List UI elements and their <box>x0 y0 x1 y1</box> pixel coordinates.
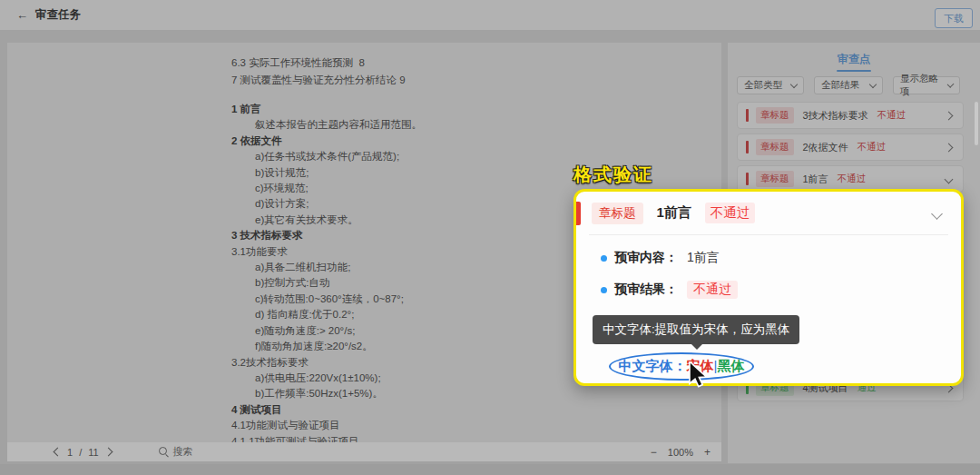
viewer-toolbar: 1 / 11 搜索 − 100% + <box>7 442 721 461</box>
page-title: 审查任务 <box>35 7 81 23</box>
tab-review-points[interactable]: 审查点 <box>728 52 980 67</box>
bullet-icon <box>601 287 607 293</box>
filter-result-dropdown[interactable]: 全部结果 <box>814 76 883 94</box>
next-page-icon[interactable] <box>103 448 113 457</box>
item-title: 3技术指标要求 <box>803 109 868 123</box>
search-icon <box>159 447 169 457</box>
document-page: 6.3 实际工作环境性能预测 87 测试覆盖性与验证充分性分析结论 9 1 前言… <box>231 54 612 442</box>
tooltip-arrow <box>691 343 703 350</box>
doc-line: 4 测试项目 <box>231 402 612 418</box>
current-page: 1 <box>67 447 73 458</box>
doc-line: 3 技术指标要求 <box>231 228 612 243</box>
item-title: 1前言 <box>803 173 828 186</box>
doc-line: b)工作频率:50Hzx(1+5%)。 <box>231 386 612 401</box>
review-result-field: 预审结果： 不通过 <box>601 281 961 299</box>
doc-line: 1 前言 <box>231 102 612 117</box>
doc-line: b)控制方式:自动 <box>231 275 612 291</box>
document-toc: 6.3 实际工作环境性能预测 87 测试覆盖性与验证充分性分析结论 9 <box>231 54 612 89</box>
search-label: 搜索 <box>173 445 193 459</box>
review-result-label: 预审结果： <box>614 282 678 298</box>
result-accent-bar <box>746 141 749 153</box>
annotation-label: 中文字体： <box>619 358 687 373</box>
filter-result-label: 全部结果 <box>821 79 859 92</box>
filter-ignored-dropdown[interactable]: 显示忽略项 <box>893 76 960 94</box>
annotation-expected-value: 黑体 <box>717 358 744 373</box>
previous-page-icon[interactable] <box>54 448 63 457</box>
app-header: ← 审查任务 下载 <box>0 0 980 30</box>
filter-bar: 全部类型 全部结果 显示忽略项 <box>737 76 960 94</box>
doc-line: 4.1功能测试与验证项目 <box>231 418 612 433</box>
format-validation-label: 格式验证 <box>573 163 653 187</box>
doc-toc-line: 7 测试覆盖性与验证充分性分析结论 9 <box>231 72 612 89</box>
filter-ignored-label: 显示忽略项 <box>900 73 943 98</box>
tooltip-text: 中文字体:提取值为宋体，应为黑体 <box>603 322 789 336</box>
font-issue-tooltip: 中文字体:提取值为宋体，应为黑体 <box>593 315 799 344</box>
item-result: 不通过 <box>877 109 906 122</box>
doc-line: a)供电电压:220Vx(1±10%); <box>231 371 612 386</box>
popup-header[interactable]: 章标题 1前言 不通过 <box>576 192 961 234</box>
review-item[interactable]: 章标题2依据文件不通过 <box>737 134 964 161</box>
back-arrow-icon: ← <box>16 8 28 22</box>
doc-line: d)设计方案; <box>231 196 612 212</box>
zoom-out-button[interactable]: − <box>651 447 657 458</box>
doc-line: c)环境规范; <box>231 181 612 196</box>
doc-line: 2 依据文件 <box>231 134 612 149</box>
zoom-in-button[interactable]: + <box>704 447 710 458</box>
doc-line: 3.1功能要求 <box>231 244 612 260</box>
review-content-field: 预审内容： 1前言 <box>601 250 961 266</box>
chevron-down-icon <box>790 81 798 88</box>
item-type-badge: 章标题 <box>756 139 794 155</box>
filter-type-label: 全部类型 <box>744 79 782 92</box>
review-content-label: 预审内容： <box>614 250 678 266</box>
item-title: 1前言 <box>657 204 691 222</box>
item-result: 不通过 <box>838 173 867 185</box>
filter-type-dropdown[interactable]: 全部类型 <box>737 76 804 94</box>
page-navigation: 1 / 11 <box>54 447 112 458</box>
page-separator: / <box>79 447 82 458</box>
divider <box>589 234 948 235</box>
item-title: 2依据文件 <box>803 141 848 154</box>
font-annotation-ellipse[interactable]: 中文字体：宋体|黑体 <box>609 352 754 381</box>
doc-line: 叙述本报告的主题内容和适用范围。 <box>231 117 612 133</box>
review-content-value: 1前言 <box>687 250 720 266</box>
back-button[interactable]: ← 审查任务 <box>16 7 81 23</box>
panel-scrollbar[interactable] <box>975 102 978 145</box>
item-type-badge: 章标题 <box>592 203 643 224</box>
chevron-right-icon <box>945 111 954 120</box>
item-result-badge: 不通过 <box>705 203 756 223</box>
tab-underline <box>837 70 871 72</box>
window-footer <box>0 464 980 475</box>
doc-line: f)随动角加速度:≥20°/s2。 <box>231 339 612 354</box>
doc-line: e)随动角速度:> 20°/s; <box>231 323 612 339</box>
review-result-value: 不通过 <box>687 281 738 299</box>
item-result: 不通过 <box>858 141 887 153</box>
zoom-level: 100% <box>668 447 693 458</box>
chevron-down-icon <box>869 81 877 88</box>
doc-line: a)具备二维机扫功能; <box>231 260 612 275</box>
doc-line: 3.2技术指标要求 <box>231 355 612 371</box>
result-accent-bar <box>746 109 749 122</box>
font-annotation-text: 中文字体：宋体|黑体 <box>619 358 745 375</box>
fail-accent-bar <box>576 202 581 225</box>
format-validation-card: 章标题 1前言 不通过 预审内容： 1前言 预审结果： 不通过 中文字体:提取值… <box>573 189 964 386</box>
item-type-badge: 章标题 <box>756 171 794 187</box>
chevron-down-icon <box>946 81 954 88</box>
document-body: 1 前言叙述本报告的主题内容和适用范围。2 依据文件a)任务书或技术条件(产品规… <box>231 102 612 442</box>
result-accent-bar <box>746 173 749 185</box>
doc-toc-line: 6.3 实际工作环境性能预测 8 <box>231 54 612 72</box>
download-button[interactable]: 下载 <box>935 8 973 28</box>
doc-line: a)任务书或技术条件(产品规范); <box>231 149 612 164</box>
mouse-cursor-icon <box>688 361 711 389</box>
search-button[interactable]: 搜索 <box>159 445 193 459</box>
doc-line: 4.1.1功能可测试与验证项目 <box>231 434 612 442</box>
doc-line: d) 指向精度:优于0.2°; <box>231 307 612 322</box>
chevron-down-icon <box>945 174 954 183</box>
zoom-controls: − 100% + <box>651 442 710 461</box>
bullet-icon <box>601 255 607 262</box>
doc-line: e)其它有关技术要求。 <box>231 213 612 228</box>
review-item[interactable]: 章标题3技术指标要求不通过 <box>737 102 964 129</box>
doc-line: c)转动范围:0~360°连续，0~87°; <box>231 292 612 307</box>
chevron-down-icon[interactable] <box>931 208 943 220</box>
chevron-right-icon <box>945 143 954 152</box>
doc-line: b)设计规范; <box>231 165 612 181</box>
